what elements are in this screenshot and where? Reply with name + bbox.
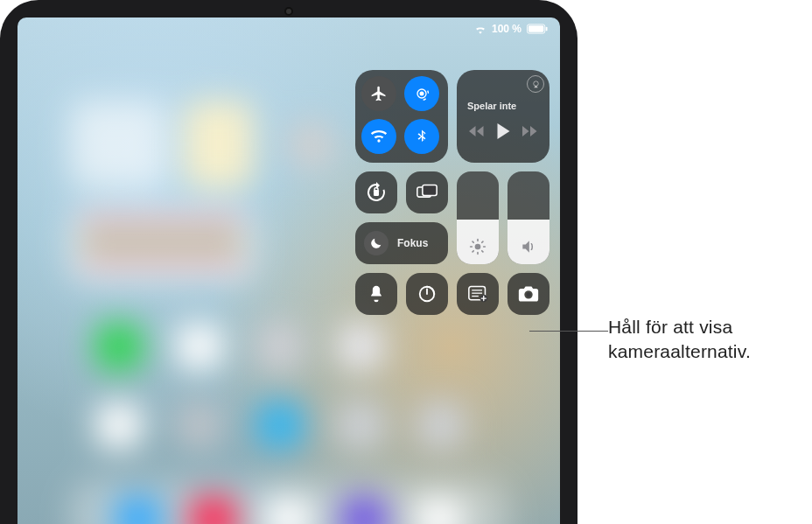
battery-percentage: 100 % [492,23,522,35]
svg-line-16 [482,251,483,252]
media-status-label: Spelar inte [457,101,516,111]
svg-line-18 [482,241,483,242]
timer-button[interactable] [406,273,448,315]
svg-point-10 [475,244,481,250]
svg-line-15 [472,241,473,242]
focus-label: Fokus [397,237,428,249]
media-module[interactable]: Spelar inte [457,70,550,163]
airplane-mode-toggle[interactable] [361,76,396,111]
media-prev-button[interactable] [469,125,485,137]
bluetooth-toggle[interactable] [404,119,439,154]
quick-note-button[interactable] [457,273,499,315]
svg-rect-7 [374,190,379,196]
front-camera-dot [284,7,293,16]
status-bar: 100 % [474,23,548,35]
silent-mode-button[interactable] [355,273,397,315]
svg-rect-2 [546,27,548,31]
focus-button[interactable]: Fokus [355,222,448,264]
wifi-status-icon [474,24,486,34]
camera-button[interactable] [508,273,550,315]
volume-slider[interactable] [508,171,550,264]
media-play-button[interactable] [497,123,510,139]
svg-rect-1 [528,25,544,31]
svg-point-25 [526,292,530,297]
control-center: Spelar inte [355,70,550,315]
orientation-lock-button[interactable] [355,171,397,213]
svg-rect-9 [423,185,437,195]
battery-icon [527,24,548,34]
callout-leader-line [529,331,608,332]
svg-line-17 [472,251,473,252]
airdrop-toggle[interactable] [404,76,439,111]
screen-mirroring-button[interactable] [406,171,448,213]
airplay-icon[interactable] [527,75,544,93]
brightness-slider[interactable] [457,171,499,264]
svg-point-3 [420,92,424,96]
wifi-toggle[interactable] [361,119,396,154]
moon-icon [364,231,388,255]
screen: 100 % [18,17,560,524]
ipad-frame: 100 % [0,0,578,524]
media-next-button[interactable] [522,125,538,137]
callout-text: Håll för att visa kameraalternativ. [608,315,801,365]
connectivity-module[interactable] [355,70,448,163]
